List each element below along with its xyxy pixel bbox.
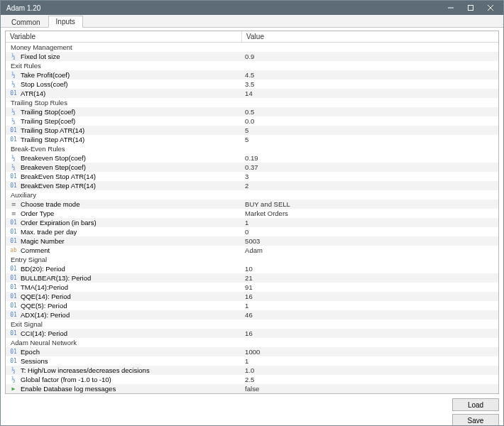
- param-row[interactable]: TMA(14):Period91: [6, 283, 498, 292]
- variable-label: ATR(14): [21, 89, 45, 97]
- param-row[interactable]: CCI(14): Period16: [6, 329, 498, 338]
- variable-cell: Entry Signal: [6, 256, 242, 263]
- value-cell[interactable]: 1: [242, 357, 498, 365]
- param-row[interactable]: Stop Loss(coef)3.5: [6, 80, 498, 89]
- int-type-icon: [9, 275, 18, 282]
- variable-label: Entry Signal: [11, 256, 47, 263]
- inputs-grid: Variable Value Money ManagementFixed lot…: [5, 31, 499, 394]
- param-row[interactable]: Epoch1000: [6, 347, 498, 356]
- value-cell[interactable]: 0.0: [242, 117, 498, 125]
- variable-label: BreakEven Stop ATR(14): [21, 173, 96, 180]
- variable-cell: Magic Number: [6, 237, 242, 245]
- value-cell[interactable]: Adam: [242, 246, 498, 254]
- param-row[interactable]: Choose trade modeBUY and SELL: [6, 200, 498, 209]
- param-row[interactable]: Order TypeMarket Orders: [6, 209, 498, 218]
- param-row[interactable]: QQE(14): Period16: [6, 292, 498, 301]
- value-cell[interactable]: 14: [242, 89, 498, 97]
- variable-label: T: High/Low increases/decreases decision…: [21, 366, 150, 374]
- value-cell[interactable]: 3: [242, 173, 498, 180]
- variable-cell: T: High/Low increases/decreases decision…: [6, 366, 242, 374]
- param-row[interactable]: Magic Number5003: [6, 236, 498, 246]
- param-row[interactable]: Trailing Step(coef)0.0: [6, 116, 498, 126]
- param-row[interactable]: Global factor (from -1.0 to -10)2.5: [6, 375, 498, 384]
- param-row[interactable]: BreakEven Step ATR(14)2: [6, 181, 498, 190]
- param-row[interactable]: Trailing Step ATR(14)5: [6, 135, 498, 144]
- load-button[interactable]: Load: [452, 398, 499, 411]
- str-type-icon: [9, 247, 18, 254]
- value-cell[interactable]: 1: [242, 219, 498, 226]
- value-cell[interactable]: 4.5: [242, 71, 498, 79]
- param-row[interactable]: Enable Database log messagesfalse: [6, 384, 498, 393]
- value-cell[interactable]: 0.19: [242, 154, 498, 162]
- variable-cell: Trailing Stop(coef): [6, 108, 242, 116]
- dbl-type-icon: [9, 118, 18, 125]
- section-row: Entry Signal: [6, 255, 498, 264]
- value-cell[interactable]: 5003: [242, 237, 498, 245]
- enum-type-icon: [9, 210, 18, 217]
- param-row[interactable]: BreakEven Stop ATR(14)3: [6, 172, 498, 181]
- value-cell[interactable]: 2: [242, 182, 498, 190]
- value-cell[interactable]: 1: [242, 302, 498, 310]
- value-cell[interactable]: 21: [242, 274, 498, 282]
- variable-cell: Breakeven Step(coef): [6, 163, 242, 171]
- param-row[interactable]: Max. trade per day0: [6, 227, 498, 236]
- param-row[interactable]: Sessions1: [6, 356, 498, 366]
- param-row[interactable]: QQE(5): Period1: [6, 301, 498, 310]
- variable-cell: Enable Database log messages: [6, 385, 242, 393]
- column-header-variable[interactable]: Variable: [6, 31, 242, 42]
- param-row[interactable]: Take Profit(coef)4.5: [6, 70, 498, 80]
- column-header-value[interactable]: Value: [242, 31, 498, 42]
- save-button[interactable]: Save: [452, 414, 499, 426]
- variable-label: Choose trade mode: [21, 200, 80, 208]
- value-cell[interactable]: 0.9: [242, 53, 498, 60]
- param-row[interactable]: Fixed lot size0.9: [6, 52, 498, 61]
- param-row[interactable]: ATR(14)14: [6, 89, 498, 98]
- value-cell[interactable]: 46: [242, 311, 498, 319]
- variable-label: Sessions: [21, 357, 48, 365]
- param-row[interactable]: Trailing Stop ATR(14)5: [6, 126, 498, 135]
- value-cell[interactable]: 0.5: [242, 108, 498, 116]
- value-cell[interactable]: Market Orders: [242, 209, 498, 217]
- value-cell[interactable]: 1.0: [242, 366, 498, 374]
- param-row[interactable]: BULLBEAR(13): Period21: [6, 273, 498, 283]
- close-button[interactable]: [481, 1, 500, 15]
- tab-inputs[interactable]: Inputs: [48, 16, 83, 28]
- variable-label: Max. trade per day: [21, 228, 77, 236]
- value-cell[interactable]: 2.5: [242, 376, 498, 383]
- value-cell[interactable]: 0: [242, 228, 498, 236]
- int-type-icon: [9, 302, 18, 310]
- param-row[interactable]: Breakeven Step(coef)0.37: [6, 163, 498, 172]
- param-row[interactable]: Order Expiration (in bars)1: [6, 218, 498, 227]
- value-cell[interactable]: 5: [242, 126, 498, 134]
- bool-type-icon: [9, 386, 18, 393]
- int-type-icon: [9, 312, 18, 319]
- content-area: Variable Value Money ManagementFixed lot…: [1, 28, 503, 426]
- maximize-button[interactable]: [461, 1, 481, 15]
- variable-cell: Choose trade mode: [6, 200, 242, 208]
- minimize-button[interactable]: [441, 1, 461, 15]
- param-row[interactable]: BD(20): Period10: [6, 264, 498, 273]
- value-cell[interactable]: 91: [242, 283, 498, 291]
- variable-cell: ATR(14): [6, 89, 242, 97]
- value-cell[interactable]: BUY and SELL: [242, 200, 498, 208]
- value-cell[interactable]: 16: [242, 293, 498, 300]
- value-cell[interactable]: 1000: [242, 348, 498, 356]
- param-row[interactable]: CommentAdam: [6, 246, 498, 255]
- value-cell[interactable]: 10: [242, 265, 498, 273]
- param-row[interactable]: T: High/Low increases/decreases decision…: [6, 366, 498, 375]
- param-row[interactable]: Breakeven Stop(coef)0.19: [6, 153, 498, 163]
- value-cell[interactable]: 5: [242, 136, 498, 143]
- int-type-icon: [9, 229, 18, 236]
- tab-common[interactable]: Common: [4, 16, 48, 28]
- variable-label: Breakeven Step(coef): [21, 163, 86, 171]
- value-cell[interactable]: 0.37: [242, 163, 498, 171]
- value-cell[interactable]: 16: [242, 329, 498, 337]
- value-cell[interactable]: 3.5: [242, 80, 498, 88]
- variable-cell: Trailing Stop ATR(14): [6, 126, 242, 134]
- param-row[interactable]: ADX(14): Period46: [6, 310, 498, 320]
- value-cell[interactable]: false: [242, 385, 498, 393]
- param-row[interactable]: Trailing Stop(coef)0.5: [6, 107, 498, 116]
- svg-rect-1: [469, 6, 473, 11]
- variable-label: Exit Signal: [11, 320, 43, 328]
- variable-label: Break-Even Rules: [11, 145, 65, 153]
